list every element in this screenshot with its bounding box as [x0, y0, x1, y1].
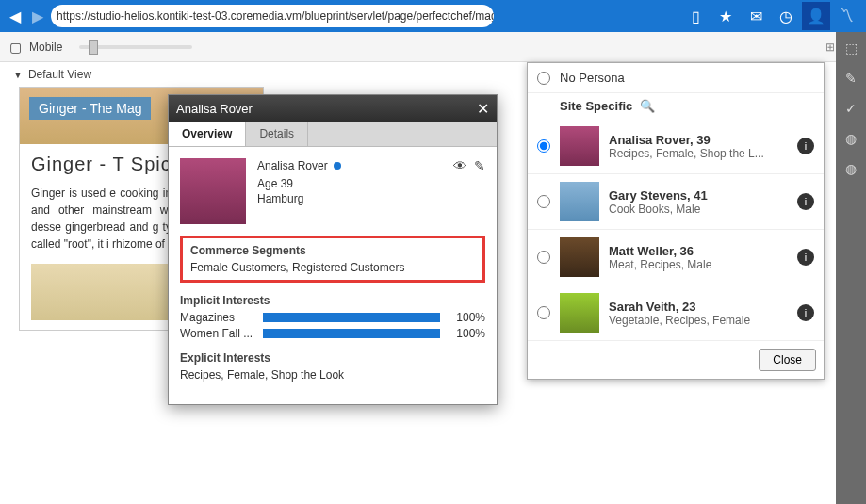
persona-desc: Meat, Recipes, Male [609, 258, 788, 271]
interest-label: Women Fall ... [180, 327, 255, 340]
edit-icon[interactable]: ✎ [474, 158, 485, 173]
persona-thumb [560, 237, 599, 277]
device-icon[interactable]: ▯ [681, 2, 710, 30]
persona-desc: Cook Books, Male [609, 203, 788, 216]
sidebar-check-icon[interactable]: ✓ [841, 98, 861, 119]
persona-name: Sarah Veith, 23 [609, 300, 788, 314]
info-icon[interactable]: i [797, 304, 814, 321]
interest-pct: 100% [448, 311, 485, 324]
default-view-label: Default View [28, 68, 91, 81]
persona-detail-panel: Analisa Rover ✕ Overview Details Analisa… [168, 94, 498, 405]
zoom-slider[interactable] [79, 45, 192, 49]
persona-name: Analisa Rover, 39 [609, 133, 788, 147]
topbar: ◀ ▶ https://studio-helios.kontiki-test-0… [0, 0, 866, 32]
url-bar[interactable]: https://studio-helios.kontiki-test-03.co… [51, 5, 494, 27]
panel-tabs: Overview Details [169, 122, 497, 147]
persona-radio[interactable] [537, 251, 550, 264]
status-dot-icon [334, 162, 341, 170]
device-label: Mobile [29, 41, 62, 54]
mail-icon[interactable]: ✉ [742, 2, 770, 30]
layout-icon[interactable]: ⊞ [825, 41, 835, 54]
info-icon[interactable]: i [797, 249, 814, 266]
profile-age: Age 39 [257, 177, 485, 190]
persona-thumb [560, 126, 599, 166]
interest-row: Women Fall ... 100% [180, 327, 485, 340]
explicit-text: Recipes, Female, Shop the Look [180, 368, 485, 382]
persona-radio[interactable] [537, 72, 550, 85]
search-icon[interactable]: 🔍 [640, 99, 655, 113]
persona-footer: Close [528, 341, 824, 379]
explicit-head: Explicit Interests [180, 351, 485, 365]
star-icon[interactable]: ★ [711, 2, 740, 30]
persona-item[interactable]: Sarah Veith, 23 Vegetable, Recipes, Fema… [528, 285, 824, 341]
persona-desc: Vegetable, Recipes, Female [609, 314, 788, 327]
persona-desc: Recipes, Female, Shop the L... [609, 147, 788, 160]
persona-thumb [560, 293, 599, 333]
profile-city: Hamburg [257, 192, 485, 205]
persona-radio[interactable] [537, 139, 550, 153]
profile-name: Analisa Rover [257, 159, 328, 172]
info-icon[interactable]: i [797, 138, 814, 154]
sidebar-pencil-icon[interactable]: ✎ [841, 68, 861, 89]
no-persona-label: No Persona [560, 71, 625, 85]
panel-body: Analisa Rover 👁 ✎ Age 39 Hamburg Commerc… [169, 147, 497, 404]
explicit-interests: Explicit Interests Recipes, Female, Shop… [180, 351, 485, 382]
interest-bar [263, 313, 440, 322]
clock-icon[interactable]: ◷ [772, 2, 800, 30]
persona-dropdown: No Persona Site Specific 🔍 Analisa Rover… [527, 62, 825, 380]
panel-profile: Analisa Rover 👁 ✎ Age 39 Hamburg [180, 158, 485, 224]
interest-label: Magazines [180, 311, 255, 324]
caret-down-icon: ▼ [13, 70, 23, 80]
implicit-interests: Implicit Interests Magazines 100% Women … [180, 294, 485, 340]
close-button[interactable]: Close [759, 349, 816, 371]
interest-bar [263, 329, 440, 338]
sidebar-globe-icon[interactable]: ◍ [841, 128, 861, 149]
implicit-head: Implicit Interests [180, 294, 485, 307]
chart-icon[interactable]: 〽 [832, 2, 860, 30]
interest-pct: 100% [448, 327, 485, 340]
info-icon[interactable]: i [797, 193, 814, 210]
url-text: https://studio-helios.kontiki-test-03.co… [57, 9, 494, 23]
persona-item[interactable]: Matt Weller, 36 Meat, Recipes, Male i [528, 230, 824, 285]
persona-icon[interactable]: 👤 [802, 2, 830, 30]
close-icon[interactable]: ✕ [477, 100, 489, 118]
panel-header[interactable]: Analisa Rover ✕ [169, 95, 497, 122]
commerce-text: Female Customers, Registered Customers [190, 261, 475, 274]
right-sidebar: ⬚ ✎ ✓ ◍ ◍ [836, 32, 866, 504]
persona-item[interactable]: Analisa Rover, 39 Recipes, Female, Shop … [528, 119, 824, 174]
persona-radio[interactable] [537, 195, 550, 208]
subbar: ▢ Mobile ⊞ ▥ [0, 32, 866, 62]
eye-icon[interactable]: 👁 [453, 158, 466, 173]
nav-forward-icon[interactable]: ▶ [28, 7, 47, 25]
persona-item[interactable]: Gary Stevens, 41 Cook Books, Male i [528, 174, 824, 230]
persona-radio[interactable] [537, 306, 550, 319]
sidebar-globe2-icon[interactable]: ◍ [841, 158, 861, 179]
persona-name: Matt Weller, 36 [609, 244, 788, 258]
avatar [180, 158, 246, 224]
interest-row: Magazines 100% [180, 311, 485, 324]
sidebar-icon-1[interactable]: ⬚ [841, 38, 861, 58]
no-persona-row[interactable]: No Persona [528, 63, 824, 93]
commerce-head: Commerce Segments [190, 244, 475, 257]
commerce-segments-box: Commerce Segments Female Customers, Regi… [180, 236, 485, 283]
mobile-icon: ▢ [9, 40, 22, 55]
nav-back-icon[interactable]: ◀ [6, 7, 25, 25]
persona-name: Gary Stevens, 41 [609, 188, 788, 203]
site-specific-header: Site Specific 🔍 [528, 93, 824, 119]
top-icons: ▯ ★ ✉ ◷ 👤 〽 [681, 2, 860, 30]
persona-thumb [560, 182, 599, 221]
site-specific-label: Site Specific [560, 99, 632, 113]
tab-details[interactable]: Details [246, 122, 308, 146]
tab-overview[interactable]: Overview [169, 122, 246, 146]
panel-title: Analisa Rover [176, 102, 253, 116]
hero-title: Ginger - The Mag [29, 97, 151, 120]
